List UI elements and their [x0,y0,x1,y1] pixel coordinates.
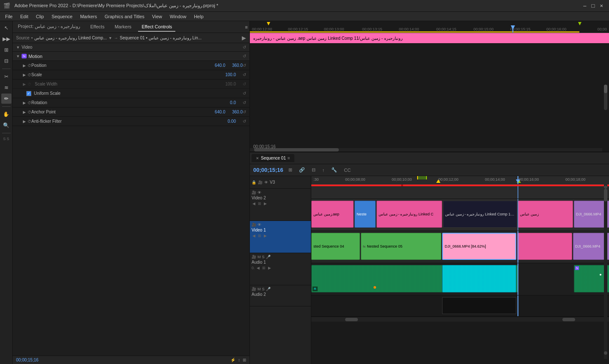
timeline-vscrollbar-thumb[interactable] [604,189,607,201]
hand-tool[interactable]: ✋ [1,109,11,119]
v2-next-button[interactable]: ▶ [263,201,268,206]
in-marker[interactable] [267,22,270,25]
a1-prev-keyframe[interactable]: ◀ [256,265,260,270]
source-playhead[interactable] [512,25,513,33]
anti-flicker-value[interactable]: 0.00 [228,119,236,124]
source-dropdown[interactable]: ▼ [108,36,112,40]
rotation-value[interactable]: 0.0 [230,100,236,105]
track-a2-content[interactable] [311,295,609,317]
timeline-in-marker[interactable] [436,179,440,183]
timeline-captions[interactable]: CC [342,167,352,174]
timeline-linked-selection[interactable]: ⊟ [310,166,317,174]
v2-sync-icon[interactable]: 👁 [257,190,261,195]
v2-eye-icon[interactable]: 🎥 [252,190,256,195]
out-marker[interactable] [578,22,581,25]
v1-add-button[interactable]: ⊞ [257,233,262,238]
anchor-value-y[interactable]: 360.0 [232,110,243,114]
timeline-snap[interactable]: 🔗 [297,166,307,174]
timeline-wrench[interactable]: 🔧 [329,166,339,174]
v2-clip-2[interactable]: Neste [354,201,376,228]
track-v1-content[interactable]: sted Sequence 04 fx Nested Sequence 05 D… [311,231,609,263]
sequence-tab[interactable]: ✕ Sequence 01 ≡ [252,154,294,162]
v1-sync-icon[interactable]: 👁 [257,223,261,227]
anchor-reset-button[interactable]: ↺ [243,110,246,114]
timeline-vscrollbar-bottom[interactable] [604,351,607,355]
menu-sequence[interactable]: Sequence [48,13,76,20]
menu-graphics[interactable]: Graphics and Titles [101,13,148,20]
v1-clip-3[interactable]: DJI_0666.MP4 [84.62%] [442,233,516,260]
anti-flicker-reset-button[interactable]: ↺ [243,119,246,124]
a2-clip-1[interactable] [442,297,516,314]
v2-clip-4[interactable]: رونبارجیره - زمین عباس Linked Comp 11/زم… [443,201,517,228]
scale-width-reset-button[interactable]: ↺ [243,82,246,86]
position-expand[interactable]: ▶ [23,63,26,68]
menu-file[interactable]: File [2,13,16,20]
menu-clip[interactable]: Clip [33,13,47,20]
scale-stopwatch[interactable]: ⏱ [28,73,31,77]
source-scrollbar-thumb[interactable] [604,85,607,93]
rolling-edit-tool[interactable]: ⊟ [1,56,11,66]
menu-window[interactable]: Window [166,13,190,20]
source-scrollbar[interactable] [604,85,607,110]
source-monitor-ruler[interactable]: 00;00;12;00 00;00;12;15 00;00;13;00 00;0… [250,25,609,33]
v3-eye-icon[interactable]: 🎥 [258,180,263,185]
maximize-button[interactable]: □ [589,2,598,10]
position-value-x[interactable]: 640.0 [215,63,225,68]
effect-filter-button[interactable]: ⚡ [230,358,235,362]
minimize-button[interactable]: – [581,2,589,10]
rotation-expand[interactable]: ▶ [23,101,26,105]
scale-value[interactable]: 100.0 [225,72,236,77]
scrollbar-right-thumb[interactable] [562,318,575,321]
v1-prev-button[interactable]: ◀ [252,233,256,238]
razor-tool[interactable]: ✂ [1,72,11,82]
anchor-expand[interactable]: ▶ [23,110,26,114]
a1-next-keyframe[interactable]: ▶ [267,265,272,270]
menu-view[interactable]: View [149,13,166,20]
motion-effect-header[interactable]: ▼ fx Motion ↺ [13,52,249,61]
tab-effects[interactable]: Effects [87,22,108,32]
a2-mic-icon[interactable]: 🎤 [266,287,271,291]
menu-help[interactable]: Help [191,13,207,20]
a1-keyframe-1[interactable] [600,274,601,276]
effect-collapse-button[interactable]: ⊞ [243,358,246,362]
sequence-tab-close[interactable]: ✕ [256,156,259,160]
v2-clip-3[interactable]: رونبارجیره - زمین عباس Linked C [376,201,442,228]
uniform-scale-checkbox[interactable]: ✓ [26,91,31,96]
motion-collapse-button[interactable]: ▼ [16,54,20,58]
v1-clip-4[interactable] [517,233,572,260]
anchor-value-x[interactable]: 640.0 [215,110,225,114]
pen-tool[interactable]: ✏ [1,94,11,104]
timeline-add-track[interactable]: ↑ [321,167,327,174]
selection-tool[interactable]: ↖ [1,23,11,33]
tab-effect-controls[interactable]: Effect Controls [138,22,175,32]
close-button[interactable]: × [597,2,606,10]
timeline-content[interactable]: :30 00;00;08;00 00;00;10;00 00;00;12;00 … [311,176,609,364]
a1-eye-icon[interactable]: 🎥 [252,255,256,259]
timeline-ruler[interactable]: :30 00;00;08;00 00;00;10;00 00;00;12;00 … [311,176,609,185]
v1-clip-2[interactable]: fx Nested Sequence 05 [361,233,441,260]
a1-orange-marker[interactable] [374,286,376,289]
timeline-vscrollbar[interactable] [604,185,607,359]
source-hscrollbar[interactable] [250,148,602,152]
track-v2-content[interactable]: زمین عباس.aep Neste رونبارجیره - زمین عب… [311,199,609,231]
slip-tool[interactable]: ≋ [1,83,11,93]
timeline-vscrollbar-top[interactable] [604,185,607,189]
a1-add-keyframe[interactable]: ⊞ [261,265,266,270]
a1-clip-2[interactable] [442,265,516,292]
sequence-tab-menu[interactable]: ≡ [288,156,290,160]
a2-eye-icon[interactable]: 🎥 [252,287,256,291]
v1-clip-1[interactable]: sted Sequence 04 [311,233,360,260]
v3-solo-icon[interactable]: 👁 [264,180,268,185]
position-stopwatch[interactable]: ⏱ [28,63,31,68]
position-reset-button[interactable]: ↺ [243,63,246,68]
rotation-stopwatch[interactable]: ⏱ [28,101,31,105]
anti-flicker-stopwatch[interactable]: ⏱ [28,119,31,124]
source-hscrollbar-thumb[interactable] [254,148,339,152]
v2-prev-button[interactable]: ◀ [252,201,256,206]
title-bar-controls[interactable]: – □ × [581,2,606,10]
rotation-reset-button[interactable]: ↺ [243,100,246,105]
v2-clip-5[interactable]: زمین عباس [518,201,573,228]
v2-add-button[interactable]: ⊞ [257,201,262,206]
v1-next-button[interactable]: ▶ [263,233,268,238]
anti-flicker-expand[interactable]: ▶ [23,119,26,124]
